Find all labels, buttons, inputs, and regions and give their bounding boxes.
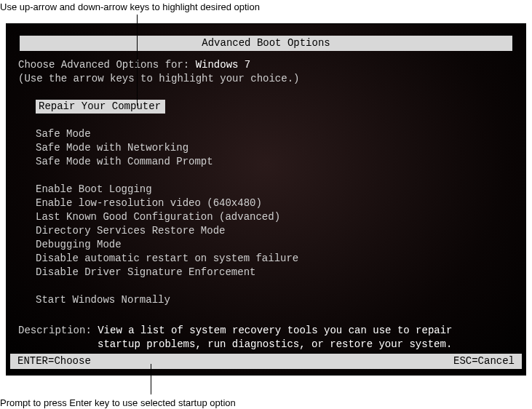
option-disable-auto-restart[interactable]: Disable automatic restart on system fail…	[18, 252, 514, 266]
annotation-line-top	[137, 15, 138, 106]
blank-row	[18, 307, 514, 321]
description-label: Description:	[18, 325, 98, 336]
blank-row	[18, 279, 514, 293]
title-bar: Advanced Boot Options	[20, 36, 512, 51]
option-disable-driver-sig[interactable]: Disable Driver Signature Enforcement	[18, 266, 514, 279]
option-safe-mode-networking[interactable]: Safe Mode with Networking	[18, 141, 514, 155]
description-line2: startup problems, run diagnostics, or re…	[18, 338, 514, 352]
body-area: Choose Advanced Options for: Windows 7 (…	[7, 55, 525, 352]
annotation-line-bottom	[151, 364, 151, 394]
option-safe-mode[interactable]: Safe Mode	[18, 127, 514, 141]
footer-bar: ENTER=Choose ESC=Cancel	[10, 354, 522, 369]
option-low-res-video[interactable]: Enable low-resolution video (640x480)	[18, 196, 514, 210]
blank-row	[18, 114, 514, 127]
os-name: Windows 7	[196, 59, 251, 71]
option-repair-your-computer[interactable]: Repair Your Computer	[18, 100, 514, 114]
footer-esc[interactable]: ESC=Cancel	[453, 354, 515, 368]
option-start-windows-normally[interactable]: Start Windows Normally	[18, 293, 514, 307]
description-block: Description: View a list of system recov…	[18, 324, 514, 352]
option-safe-mode-command-prompt[interactable]: Safe Mode with Command Prompt	[18, 155, 514, 169]
option-directory-services-restore[interactable]: Directory Services Restore Mode	[18, 224, 514, 238]
choose-line: Choose Advanced Options for: Windows 7	[18, 58, 514, 72]
option-last-known-good[interactable]: Last Known Good Configuration (advanced)	[18, 210, 514, 224]
annotation-top: Use up-arrow and down-arrow keys to high…	[0, 1, 260, 12]
blank-row	[18, 169, 514, 183]
boot-screen: Advanced Boot Options Choose Advanced Op…	[6, 23, 526, 376]
option-debugging-mode[interactable]: Debugging Mode	[18, 238, 514, 252]
description-line1: View a list of system recovery tools you…	[98, 325, 452, 336]
blank-row	[18, 86, 514, 100]
option-enable-boot-logging[interactable]: Enable Boot Logging	[18, 183, 514, 196]
footer-enter[interactable]: ENTER=Choose	[17, 354, 91, 368]
choose-prefix: Choose Advanced Options for:	[18, 59, 196, 71]
annotation-bottom: Prompt to press Enter key to use selecte…	[0, 397, 236, 408]
hint-line: (Use the arrow keys to highlight your ch…	[18, 72, 514, 86]
